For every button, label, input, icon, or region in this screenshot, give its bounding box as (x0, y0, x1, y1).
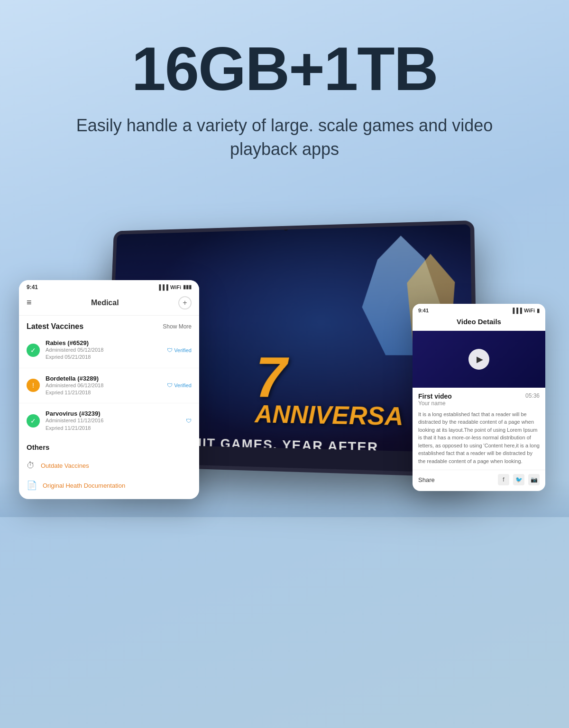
vaccine-item-parvovirus[interactable]: ✓ Parvovirus (#3239) Administered 11/12/… (19, 405, 199, 437)
hero-title: 16GB+1TB (28, 38, 541, 100)
verified-badge-rabies: 🛡 Verified (167, 347, 192, 354)
documentation-label: Original Heath Documentation (43, 482, 125, 489)
video-wifi-icon: WiFi (524, 308, 535, 313)
vaccine-status-icon-bordetella: ! (27, 379, 40, 392)
hero-subtitle: Easily handle a variety of large. scale … (71, 114, 498, 162)
app-title: Medical (91, 299, 119, 307)
vaccine-admin-date-bordetella: Administered 06/12/2018Expried 11/21/201… (46, 382, 161, 397)
video-description: It is a long established fact that a rea… (418, 410, 540, 465)
status-icons: ▐▐▐ WiFi ▮▮▮ (157, 284, 192, 290)
video-info: First video Your name 05:36 It is a long… (413, 388, 545, 470)
status-bar: 9:41 ▐▐▐ WiFi ▮▮▮ (19, 280, 199, 292)
vaccines-section-header: Latest Vaccines Show More (19, 316, 199, 335)
video-share: Share f 🐦 📷 (413, 470, 545, 491)
vaccine-info-rabies: Rabies (#6529) Administered 05/12/2018Ex… (46, 339, 161, 361)
documentation-item[interactable]: 📄 Original Heath Documentation (27, 475, 192, 495)
shield-icon-parvovirus: 🛡 (186, 418, 192, 424)
video-title-group: First video Your name (418, 392, 452, 407)
others-title: Others (27, 443, 192, 451)
video-duration: 05:36 (525, 392, 540, 399)
wifi-icon: WiFi (170, 284, 181, 290)
game-anniversary-label: ANNIVERSA (255, 400, 404, 430)
video-author: Your name (418, 400, 452, 407)
tablet-section: 7 ANNIVERSA HIT GAMES, YEAR AFTER 9:41 ▐… (0, 195, 569, 517)
video-battery-icon: ▮ (537, 308, 540, 314)
video-header-title: Video Details (418, 318, 540, 326)
vaccine-name-bordetella: Bordetella (#3289) (46, 375, 161, 382)
twitter-icon[interactable]: 🐦 (513, 474, 524, 485)
instagram-icon[interactable]: 📷 (528, 474, 540, 485)
video-title: First video (418, 392, 452, 400)
verified-badge-parvovirus: 🛡 (186, 418, 192, 424)
medical-app: 9:41 ▐▐▐ WiFi ▮▮▮ ≡ Medical + Latest Vac… (19, 280, 199, 499)
video-thumbnail[interactable]: ▶ (413, 331, 545, 388)
vaccine-status-icon-rabies: ✓ (27, 344, 40, 357)
facebook-icon[interactable]: f (498, 474, 509, 485)
divider-2 (19, 403, 199, 403)
video-title-row: First video Your name 05:36 (418, 392, 540, 407)
shield-icon-bordetella: 🛡 (167, 382, 173, 389)
others-section: Others ⏱ Outdate Vaccines 📄 Original Hea… (19, 437, 199, 499)
shield-icon: 🛡 (167, 347, 173, 354)
vaccine-name-rabies: Rabies (#6529) (46, 339, 161, 346)
vaccine-admin-date-parvovirus: Administered 11/12/2016Expried 11/21/201… (46, 417, 180, 432)
hero-section: 16GB+1TB Easily handle a variety of larg… (0, 0, 569, 181)
add-button[interactable]: + (178, 296, 192, 309)
game-anniversary-text: 7 ANNIVERSA (255, 354, 404, 431)
vaccine-item-bordetella[interactable]: ! Bordetella (#3289) Administered 06/12/… (19, 370, 199, 401)
signal-icon: ▐▐▐ (157, 284, 168, 290)
outdated-vaccines-item[interactable]: ⏱ Outdate Vaccines (27, 456, 192, 475)
play-button[interactable]: ▶ (468, 349, 489, 370)
social-icons: f 🐦 📷 (498, 474, 540, 485)
menu-icon[interactable]: ≡ (27, 298, 32, 308)
verified-label: Verified (174, 347, 192, 353)
video-signal-icon: ▐▐▐ (511, 308, 522, 313)
vaccine-item-rabies[interactable]: ✓ Rabies (#6529) Administered 05/12/2018… (19, 335, 199, 366)
verified-badge-bordetella: 🛡 Verified (167, 382, 192, 389)
doc-icon: 📄 (27, 480, 37, 491)
verified-label-bordetella: Verified (174, 382, 192, 388)
show-more-button[interactable]: Show More (163, 323, 192, 330)
game-anniversary-number: 7 (255, 354, 403, 401)
vaccine-info-bordetella: Bordetella (#3289) Administered 06/12/20… (46, 375, 161, 397)
video-header: Video Details (413, 316, 545, 331)
video-status-bar: 9:41 ▐▐▐ WiFi ▮ (413, 304, 545, 316)
battery-icon: ▮▮▮ (183, 284, 192, 290)
vaccine-status-icon-parvovirus: ✓ (27, 414, 40, 428)
vaccine-name-parvovirus: Parvovirus (#3239) (46, 410, 180, 417)
video-app: 9:41 ▐▐▐ WiFi ▮ Video Details ▶ First vi… (413, 304, 545, 491)
vaccine-admin-date-rabies: Administered 05/12/2018Expried 05/21/201… (46, 346, 161, 361)
video-status-icons: ▐▐▐ WiFi ▮ (511, 308, 540, 314)
vaccines-section-title: Latest Vaccines (27, 322, 83, 331)
video-status-time: 9:41 (418, 308, 429, 313)
app-header: ≡ Medical + (19, 292, 199, 316)
share-label: Share (418, 476, 435, 483)
vaccine-info-parvovirus: Parvovirus (#3239) Administered 11/12/20… (46, 410, 180, 432)
divider-1 (19, 368, 199, 368)
status-time: 9:41 (27, 284, 38, 291)
outdated-vaccines-label: Outdate Vaccines (41, 462, 89, 469)
clock-icon: ⏱ (27, 461, 35, 471)
